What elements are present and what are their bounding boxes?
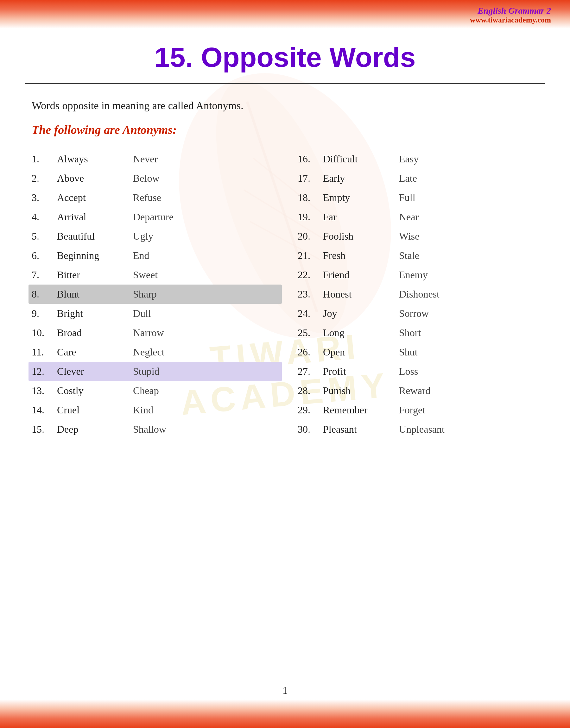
list-item: 26. Open Shut xyxy=(298,342,545,362)
row-number: 5. xyxy=(32,230,57,242)
row-word: Fresh xyxy=(323,250,399,261)
row-opposite: Dishonest xyxy=(399,288,475,300)
row-word: Broad xyxy=(57,327,133,339)
right-column: 16. Difficult Easy 17. Early Late 18. Em… xyxy=(298,149,545,439)
row-word: Open xyxy=(323,346,399,358)
row-word: Foolish xyxy=(323,230,399,242)
bottom-bar xyxy=(0,700,570,728)
list-item: 23. Honest Dishonest xyxy=(298,284,545,304)
row-word: Care xyxy=(57,346,133,358)
row-number: 13. xyxy=(32,385,57,397)
row-word: Friend xyxy=(323,269,399,281)
row-word: Cruel xyxy=(57,404,133,416)
row-opposite: Reward xyxy=(399,385,475,397)
website: www.tiwariacademy.com xyxy=(470,16,551,24)
row-opposite: Sweet xyxy=(133,269,209,281)
list-item: 19. Far Near xyxy=(298,207,545,227)
row-opposite: Unpleasant xyxy=(399,424,475,435)
list-item: 1. Always Never xyxy=(32,149,279,169)
row-opposite: Narrow xyxy=(133,327,209,339)
row-word: Blunt xyxy=(57,288,133,300)
grammar-title: English Grammar 2 xyxy=(470,6,551,16)
row-opposite: End xyxy=(133,250,209,261)
list-item: 13. Costly Cheap xyxy=(32,381,279,401)
list-item: 12. Clever Stupid xyxy=(28,362,282,381)
row-opposite: Late xyxy=(399,172,475,184)
row-word: Always xyxy=(57,153,133,165)
row-word: Costly xyxy=(57,385,133,397)
row-word: Profit xyxy=(323,366,399,377)
word-list-container: 1. Always Never 2. Above Below 3. Accept… xyxy=(32,149,545,439)
row-opposite: Shut xyxy=(399,346,475,358)
row-word: Bright xyxy=(57,308,133,319)
row-number: 24. xyxy=(298,308,323,319)
row-number: 25. xyxy=(298,327,323,339)
page-number: 1 xyxy=(282,685,288,696)
row-opposite: Loss xyxy=(399,366,475,377)
row-opposite: Below xyxy=(133,172,209,184)
row-number: 29. xyxy=(298,404,323,416)
row-opposite: Neglect xyxy=(133,346,209,358)
row-opposite: Never xyxy=(133,153,209,165)
list-item: 27. Profit Loss xyxy=(298,362,545,381)
row-word: Early xyxy=(323,172,399,184)
row-opposite: Sorrow xyxy=(399,308,475,319)
row-word: Far xyxy=(323,211,399,223)
list-item: 14. Cruel Kind xyxy=(32,401,279,420)
row-number: 20. xyxy=(298,230,323,242)
row-opposite: Sharp xyxy=(133,288,209,300)
list-item: 20. Foolish Wise xyxy=(298,227,545,246)
row-opposite: Stupid xyxy=(133,366,209,377)
list-item: 10. Broad Narrow xyxy=(32,323,279,342)
row-number: 6. xyxy=(32,250,57,261)
list-item: 22. Friend Enemy xyxy=(298,265,545,284)
row-number: 28. xyxy=(298,385,323,397)
list-item: 18. Empty Full xyxy=(298,188,545,207)
row-number: 22. xyxy=(298,269,323,281)
row-number: 4. xyxy=(32,211,57,223)
list-item: 4. Arrival Departure xyxy=(32,207,279,227)
list-item: 3. Accept Refuse xyxy=(32,188,279,207)
list-item: 25. Long Short xyxy=(298,323,545,342)
row-word: Pleasant xyxy=(323,424,399,435)
row-opposite: Easy xyxy=(399,153,475,165)
row-number: 12. xyxy=(32,366,57,377)
list-item: 17. Early Late xyxy=(298,169,545,188)
list-item: 8. Blunt Sharp xyxy=(28,284,282,304)
row-number: 30. xyxy=(298,424,323,435)
row-number: 3. xyxy=(32,192,57,203)
row-number: 27. xyxy=(298,366,323,377)
row-number: 23. xyxy=(298,288,323,300)
row-word: Empty xyxy=(323,192,399,203)
list-item: 15. Deep Shallow xyxy=(32,420,279,439)
row-opposite: Short xyxy=(399,327,475,339)
row-word: Accept xyxy=(57,192,133,203)
row-opposite: Forget xyxy=(399,404,475,416)
row-word: Beautiful xyxy=(57,230,133,242)
top-bar: English Grammar 2 www.tiwariacademy.com xyxy=(0,0,570,28)
divider xyxy=(25,83,545,84)
list-item: 30. Pleasant Unpleasant xyxy=(298,420,545,439)
row-opposite: Enemy xyxy=(399,269,475,281)
list-item: 28. Punish Reward xyxy=(298,381,545,401)
row-number: 11. xyxy=(32,346,57,358)
row-opposite: Full xyxy=(399,192,475,203)
row-number: 9. xyxy=(32,308,57,319)
list-item: 6. Beginning End xyxy=(32,246,279,265)
row-opposite: Dull xyxy=(133,308,209,319)
row-opposite: Near xyxy=(399,211,475,223)
row-word: Difficult xyxy=(323,153,399,165)
list-item: 21. Fresh Stale xyxy=(298,246,545,265)
row-number: 8. xyxy=(32,288,57,300)
row-opposite: Departure xyxy=(133,211,209,223)
list-item: 11. Care Neglect xyxy=(32,342,279,362)
list-item: 29. Remember Forget xyxy=(298,401,545,420)
row-number: 7. xyxy=(32,269,57,281)
row-number: 14. xyxy=(32,404,57,416)
row-word: Honest xyxy=(323,288,399,300)
row-word: Remember xyxy=(323,404,399,416)
row-word: Long xyxy=(323,327,399,339)
row-number: 15. xyxy=(32,424,57,435)
row-number: 2. xyxy=(32,172,57,184)
list-item: 9. Bright Dull xyxy=(32,304,279,323)
